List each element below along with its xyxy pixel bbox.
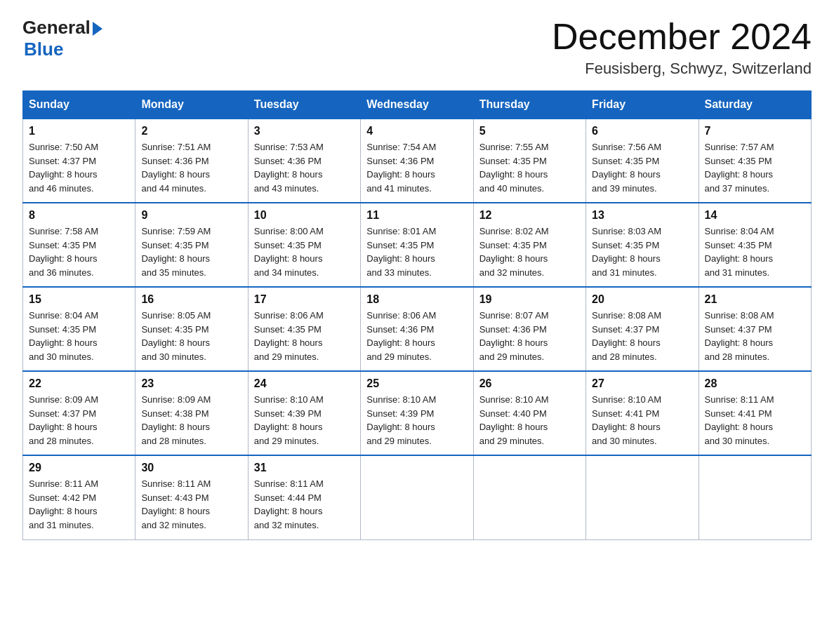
day-number: 12 (479, 209, 580, 222)
day-number: 10 (254, 209, 355, 222)
calendar-cell (699, 455, 811, 539)
title-block: December 2024 Feusisberg, Schwyz, Switze… (552, 17, 812, 78)
calendar-cell: 14Sunrise: 8:04 AMSunset: 4:35 PMDayligh… (699, 203, 811, 287)
day-info: Sunrise: 8:04 AMSunset: 4:35 PMDaylight:… (705, 224, 805, 279)
day-number: 4 (366, 125, 467, 137)
day-info: Sunrise: 8:06 AMSunset: 4:35 PMDaylight:… (254, 309, 355, 363)
weekday-header-friday: Friday (586, 91, 699, 119)
calendar-cell (361, 455, 473, 539)
logo-blue-text: Blue (24, 39, 63, 60)
day-number: 5 (479, 125, 580, 137)
day-number: 9 (141, 209, 241, 222)
day-info: Sunrise: 8:11 AMSunset: 4:41 PMDaylight:… (705, 393, 805, 448)
calendar-cell: 27Sunrise: 8:10 AMSunset: 4:41 PMDayligh… (586, 371, 699, 455)
day-number: 8 (29, 209, 129, 222)
calendar-cell: 25Sunrise: 8:10 AMSunset: 4:39 PMDayligh… (361, 371, 473, 455)
calendar-cell: 24Sunrise: 8:10 AMSunset: 4:39 PMDayligh… (248, 371, 360, 455)
day-number: 20 (592, 293, 692, 306)
weekday-header-monday: Monday (135, 91, 248, 119)
day-info: Sunrise: 8:06 AMSunset: 4:36 PMDaylight:… (366, 309, 467, 363)
logo-general-text: General (22, 17, 91, 39)
day-info: Sunrise: 7:59 AMSunset: 4:35 PMDaylight:… (141, 224, 241, 279)
day-info: Sunrise: 8:11 AMSunset: 4:44 PMDaylight:… (254, 477, 355, 532)
day-info: Sunrise: 8:09 AMSunset: 4:37 PMDaylight:… (29, 393, 129, 448)
calendar-cell: 7Sunrise: 7:57 AMSunset: 4:35 PMDaylight… (699, 119, 811, 203)
logo-arrow-icon (93, 22, 102, 36)
calendar-cell: 16Sunrise: 8:05 AMSunset: 4:35 PMDayligh… (135, 287, 248, 371)
calendar-cell: 13Sunrise: 8:03 AMSunset: 4:35 PMDayligh… (586, 203, 699, 287)
day-number: 11 (366, 209, 467, 222)
calendar-cell: 28Sunrise: 8:11 AMSunset: 4:41 PMDayligh… (699, 371, 811, 455)
week-row-3: 15Sunrise: 8:04 AMSunset: 4:35 PMDayligh… (23, 287, 812, 371)
weekday-header-wednesday: Wednesday (361, 91, 473, 119)
day-number: 16 (141, 293, 241, 306)
day-info: Sunrise: 7:54 AMSunset: 4:36 PMDaylight:… (366, 140, 467, 195)
calendar-table: SundayMondayTuesdayWednesdayThursdayFrid… (22, 90, 812, 540)
day-number: 1 (29, 125, 129, 137)
day-info: Sunrise: 7:51 AMSunset: 4:36 PMDaylight:… (141, 140, 241, 195)
calendar-cell: 11Sunrise: 8:01 AMSunset: 4:35 PMDayligh… (361, 203, 473, 287)
calendar-cell: 31Sunrise: 8:11 AMSunset: 4:44 PMDayligh… (248, 455, 360, 539)
day-info: Sunrise: 8:10 AMSunset: 4:40 PMDaylight:… (479, 393, 580, 448)
calendar-cell: 5Sunrise: 7:55 AMSunset: 4:35 PMDaylight… (473, 119, 585, 203)
weekday-header-row: SundayMondayTuesdayWednesdayThursdayFrid… (23, 91, 812, 119)
day-number: 25 (366, 377, 467, 390)
day-info: Sunrise: 8:11 AMSunset: 4:42 PMDaylight:… (29, 477, 129, 532)
day-info: Sunrise: 8:01 AMSunset: 4:35 PMDaylight:… (366, 224, 467, 279)
logo: General Blue (22, 17, 102, 60)
calendar-cell: 4Sunrise: 7:54 AMSunset: 4:36 PMDaylight… (361, 119, 473, 203)
calendar-cell: 22Sunrise: 8:09 AMSunset: 4:37 PMDayligh… (23, 371, 135, 455)
day-number: 6 (592, 125, 692, 137)
day-info: Sunrise: 7:50 AMSunset: 4:37 PMDaylight:… (29, 140, 129, 195)
calendar-cell: 23Sunrise: 8:09 AMSunset: 4:38 PMDayligh… (135, 371, 248, 455)
day-info: Sunrise: 8:08 AMSunset: 4:37 PMDaylight:… (705, 309, 805, 363)
day-info: Sunrise: 8:10 AMSunset: 4:39 PMDaylight:… (254, 393, 355, 448)
calendar-cell: 2Sunrise: 7:51 AMSunset: 4:36 PMDaylight… (135, 119, 248, 203)
calendar-cell: 1Sunrise: 7:50 AMSunset: 4:37 PMDaylight… (23, 119, 135, 203)
day-info: Sunrise: 7:58 AMSunset: 4:35 PMDaylight:… (29, 224, 129, 279)
calendar-cell: 9Sunrise: 7:59 AMSunset: 4:35 PMDaylight… (135, 203, 248, 287)
day-info: Sunrise: 8:09 AMSunset: 4:38 PMDaylight:… (141, 393, 241, 448)
day-number: 14 (705, 209, 805, 222)
calendar-cell: 18Sunrise: 8:06 AMSunset: 4:36 PMDayligh… (361, 287, 473, 371)
day-number: 28 (705, 377, 805, 390)
day-info: Sunrise: 8:02 AMSunset: 4:35 PMDaylight:… (479, 224, 580, 279)
weekday-header-tuesday: Tuesday (248, 91, 360, 119)
calendar-cell (586, 455, 699, 539)
calendar-cell: 17Sunrise: 8:06 AMSunset: 4:35 PMDayligh… (248, 287, 360, 371)
week-row-5: 29Sunrise: 8:11 AMSunset: 4:42 PMDayligh… (23, 455, 812, 539)
day-number: 17 (254, 293, 355, 306)
day-info: Sunrise: 8:07 AMSunset: 4:36 PMDaylight:… (479, 309, 580, 363)
day-number: 21 (705, 293, 805, 306)
calendar-cell: 12Sunrise: 8:02 AMSunset: 4:35 PMDayligh… (473, 203, 585, 287)
day-number: 19 (479, 293, 580, 306)
weekday-header-saturday: Saturday (699, 91, 811, 119)
day-number: 26 (479, 377, 580, 390)
day-number: 18 (366, 293, 467, 306)
day-number: 31 (254, 462, 355, 474)
day-number: 29 (29, 462, 129, 474)
week-row-2: 8Sunrise: 7:58 AMSunset: 4:35 PMDaylight… (23, 203, 812, 287)
calendar-cell: 19Sunrise: 8:07 AMSunset: 4:36 PMDayligh… (473, 287, 585, 371)
calendar-cell: 6Sunrise: 7:56 AMSunset: 4:35 PMDaylight… (586, 119, 699, 203)
day-number: 15 (29, 293, 129, 306)
day-number: 24 (254, 377, 355, 390)
weekday-header-thursday: Thursday (473, 91, 585, 119)
day-number: 30 (141, 462, 241, 474)
calendar-cell: 30Sunrise: 8:11 AMSunset: 4:43 PMDayligh… (135, 455, 248, 539)
calendar-cell: 21Sunrise: 8:08 AMSunset: 4:37 PMDayligh… (699, 287, 811, 371)
page-header: General Blue December 2024 Feusisberg, S… (22, 17, 812, 78)
calendar-cell: 10Sunrise: 8:00 AMSunset: 4:35 PMDayligh… (248, 203, 360, 287)
day-number: 23 (141, 377, 241, 390)
calendar-cell: 8Sunrise: 7:58 AMSunset: 4:35 PMDaylight… (23, 203, 135, 287)
week-row-4: 22Sunrise: 8:09 AMSunset: 4:37 PMDayligh… (23, 371, 812, 455)
day-info: Sunrise: 7:57 AMSunset: 4:35 PMDaylight:… (705, 140, 805, 195)
day-info: Sunrise: 8:08 AMSunset: 4:37 PMDaylight:… (592, 309, 692, 363)
week-row-1: 1Sunrise: 7:50 AMSunset: 4:37 PMDaylight… (23, 119, 812, 203)
day-info: Sunrise: 8:03 AMSunset: 4:35 PMDaylight:… (592, 224, 692, 279)
calendar-cell: 29Sunrise: 8:11 AMSunset: 4:42 PMDayligh… (23, 455, 135, 539)
day-info: Sunrise: 7:53 AMSunset: 4:36 PMDaylight:… (254, 140, 355, 195)
day-info: Sunrise: 8:10 AMSunset: 4:41 PMDaylight:… (592, 393, 692, 448)
calendar-cell: 3Sunrise: 7:53 AMSunset: 4:36 PMDaylight… (248, 119, 360, 203)
day-number: 27 (592, 377, 692, 390)
